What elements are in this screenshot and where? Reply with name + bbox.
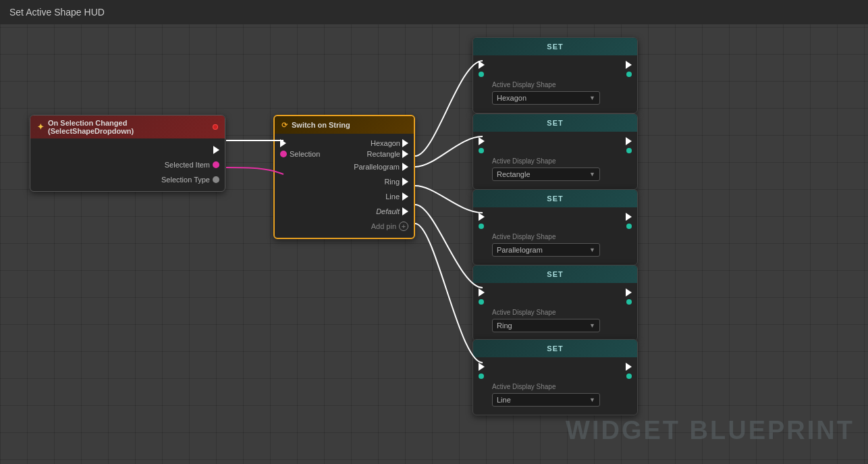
set3-value: Parallelogram: [497, 246, 543, 254]
set-node-4[interactable]: SET Active Display Shape Ring ▼: [472, 265, 638, 341]
add-pin-button[interactable]: +: [399, 222, 408, 231]
selection-in-dot: [280, 151, 287, 157]
set1-exec-out: [626, 61, 632, 69]
line-label: Line: [385, 192, 400, 201]
set2-dropdown-arrow: ▼: [589, 171, 595, 178]
set3-exec-in: [479, 213, 485, 221]
event-exec-out-pin: [30, 143, 225, 157]
switch-node-header: ⟳ Switch on String: [275, 116, 414, 134]
set-node-4-body: Active Display Shape Ring ▼: [473, 283, 637, 340]
selection-type-pin: Selection Type: [30, 172, 225, 187]
set1-dropdown-arrow: ▼: [589, 95, 595, 101]
set-node-3-body: Active Display Shape Parallelogram ▼: [473, 207, 637, 265]
switch-exec-in: [280, 139, 286, 147]
set4-dropdown-arrow: ▼: [589, 322, 595, 329]
set5-prop-label: Active Display Shape: [473, 380, 637, 390]
set4-value: Ring: [497, 321, 512, 330]
default-pin: Default: [275, 204, 414, 219]
set3-exec-out: [626, 213, 632, 221]
set2-prop-label: Active Display Shape: [473, 155, 637, 165]
set5-dropdown-arrow: ▼: [589, 396, 595, 403]
set4-target-out: [626, 299, 632, 305]
selected-item-dot: [213, 161, 219, 168]
set-node-4-title: SET: [547, 270, 563, 278]
set-node-1-header: SET: [473, 38, 637, 55]
set5-dropdown[interactable]: Line ▼: [492, 393, 600, 407]
set2-value: Rectangle: [497, 170, 531, 178]
set5-target-out: [626, 373, 632, 379]
event-node-body: Selected Item Selection Type: [30, 138, 225, 191]
default-label: Default: [376, 207, 400, 215]
set-node-2-title: SET: [547, 119, 563, 127]
hexagon-label: Hexagon: [371, 139, 400, 147]
set-node-2-body: Active Display Shape Rectangle ▼: [473, 132, 637, 189]
event-node-title: On Selection Changed (SelectShapeDropdow…: [48, 119, 209, 135]
set1-dropdown[interactable]: Hexagon ▼: [492, 91, 600, 105]
set3-dropdown[interactable]: Parallelogram ▼: [492, 243, 600, 257]
hexagon-out: [402, 139, 408, 147]
set-node-3-title: SET: [547, 195, 563, 203]
set1-prop-label: Active Display Shape: [473, 78, 637, 88]
set4-target-in: [479, 299, 484, 305]
set2-target-out: [626, 148, 632, 153]
title-text: Set Active Shape HUD: [9, 7, 105, 18]
set3-prop-label: Active Display Shape: [473, 230, 637, 240]
set1-value: Hexagon: [497, 94, 526, 102]
set3-target-in: [479, 224, 484, 229]
switch-node-title: Switch on String: [292, 121, 350, 129]
rectangle-out: [402, 150, 408, 158]
set-node-5[interactable]: SET Active Display Shape Line ▼: [472, 339, 638, 415]
line-pin: Line: [275, 189, 414, 204]
set2-exec-out: [626, 137, 632, 145]
event-icon: ✦: [37, 122, 44, 132]
event-node[interactable]: ✦ On Selection Changed (SelectShapeDropd…: [30, 115, 225, 192]
set2-exec-in: [479, 137, 485, 145]
canvas-background: [0, 0, 868, 464]
line-out: [402, 192, 408, 201]
set1-target-out: [626, 72, 632, 77]
set-node-5-header: SET: [473, 340, 637, 357]
set1-exec-in: [479, 61, 485, 69]
set-node-3[interactable]: SET Active Display Shape Parallelogram ▼: [472, 189, 638, 265]
switch-node-body: Hexagon Selection Rectangle Parallelogra…: [275, 134, 414, 238]
selection-in-label: Selection: [290, 150, 320, 158]
set-node-2[interactable]: SET Active Display Shape Rectangle ▼: [472, 113, 638, 190]
set-node-5-title: SET: [547, 344, 563, 353]
parallelogram-out: [402, 163, 408, 171]
rectangle-label: Rectangle: [367, 150, 400, 158]
ring-out: [402, 178, 408, 186]
set5-exec-in: [479, 363, 485, 371]
exec-out-arrow: [213, 146, 219, 154]
add-pin-label: Add pin: [371, 222, 396, 230]
default-out: [402, 207, 408, 215]
set4-exec-out: [626, 288, 632, 297]
selected-item-pin: Selected Item: [30, 157, 225, 172]
set-node-2-header: SET: [473, 114, 637, 132]
ring-label: Ring: [384, 178, 400, 186]
switch-node[interactable]: ⟳ Switch on String Hexagon Selection Rec…: [273, 115, 415, 239]
set5-exec-out: [626, 363, 632, 371]
set4-prop-label: Active Display Shape: [473, 306, 637, 316]
switch-icon: ⟳: [281, 121, 288, 130]
event-red-dot: [213, 124, 218, 130]
selection-type-dot: [213, 176, 219, 183]
set-node-5-body: Active Display Shape Line ▼: [473, 357, 637, 415]
set-node-1[interactable]: SET Active Display Shape Hexagon ▼: [472, 37, 638, 113]
set3-dropdown-arrow: ▼: [589, 247, 595, 253]
add-pin-row[interactable]: Add pin +: [275, 219, 414, 234]
selected-item-label: Selected Item: [165, 161, 210, 169]
parallelogram-pin: Parallelogram: [275, 159, 414, 174]
parallelogram-label: Parallelogram: [354, 163, 400, 171]
selection-type-label: Selection Type: [161, 176, 210, 184]
event-node-header: ✦ On Selection Changed (SelectShapeDropd…: [30, 115, 225, 138]
set5-target-in: [479, 373, 484, 379]
set3-target-out: [626, 224, 632, 229]
set-node-4-header: SET: [473, 265, 637, 283]
set2-target-in: [479, 148, 484, 153]
ring-pin: Ring: [275, 174, 414, 189]
set5-value: Line: [497, 396, 511, 404]
set2-dropdown[interactable]: Rectangle ▼: [492, 167, 600, 181]
set1-target-in: [479, 72, 484, 77]
set4-dropdown[interactable]: Ring ▼: [492, 319, 600, 332]
title-bar: Set Active Shape HUD: [0, 0, 868, 24]
